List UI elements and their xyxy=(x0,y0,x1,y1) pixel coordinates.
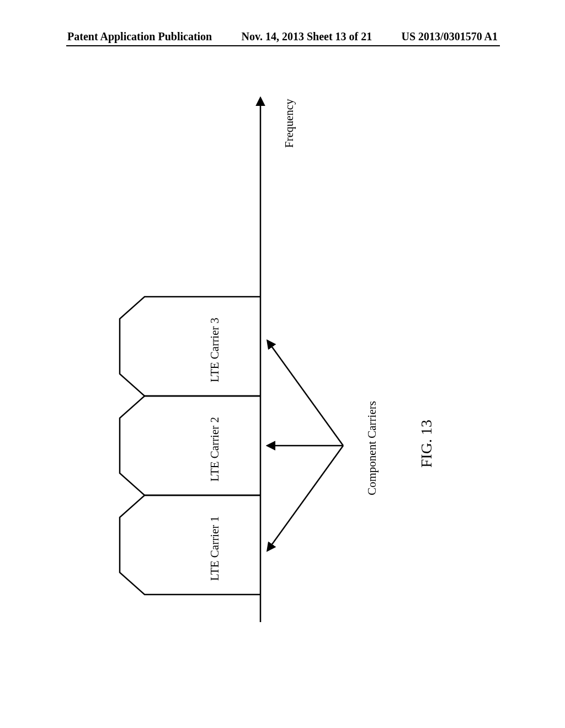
carrier-block-3 xyxy=(120,297,260,396)
figure-label: FIG. 13 xyxy=(418,420,435,468)
header-right: US 2013/0301570 A1 xyxy=(402,30,498,43)
diagram-svg xyxy=(67,87,498,639)
carrier-block-1 xyxy=(120,495,260,595)
page-header: Patent Application Publication Nov. 14, … xyxy=(0,30,565,43)
pointer-arrow-1 xyxy=(268,446,343,550)
component-carriers-label: Component Carriers xyxy=(365,401,379,495)
carrier-block-2 xyxy=(120,396,260,495)
carrier-label-3: LTE Carrier 3 xyxy=(208,318,222,382)
carrier-label-2: LTE Carrier 2 xyxy=(208,417,222,481)
pointer-arrow-3 xyxy=(268,341,343,446)
header-middle: Nov. 14, 2013 Sheet 13 of 21 xyxy=(242,30,372,43)
header-rule xyxy=(66,45,500,46)
header-left: Patent Application Publication xyxy=(67,30,212,43)
axis-label: Frequency xyxy=(282,99,296,148)
figure-container: LTE Carrier 1 LTE Carrier 2 LTE Carrier … xyxy=(67,87,498,639)
carrier-label-1: LTE Carrier 1 xyxy=(208,516,222,581)
